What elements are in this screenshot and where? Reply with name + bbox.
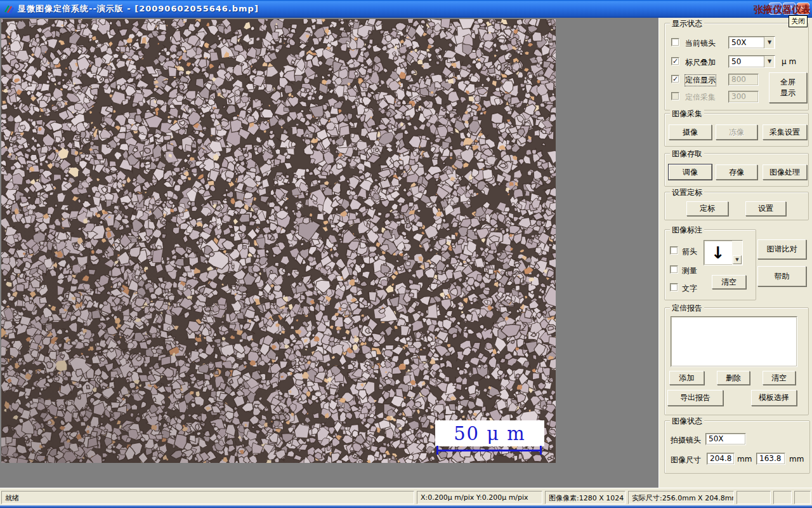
check-icon: ✓ (672, 75, 678, 83)
scale-overlay-checkbox[interactable]: ✓ (671, 57, 679, 65)
micrograph-canvas (1, 19, 556, 463)
group-report: 定倍报告 添加 删除 清空 导出报告 模板选择 (664, 307, 809, 415)
report-clear-button[interactable]: 清空 (763, 371, 796, 385)
check-icon: ✓ (672, 57, 678, 65)
fixed-capture-input: 300 (728, 91, 759, 103)
control-panel: 显示状态 当前镜头 50X ▼ ✓ 标尺叠加 50 ▼ μ m ✓ 定倍显示 8… (658, 18, 812, 488)
group-display-status-title: 显示状态 (670, 18, 704, 29)
group-storage-title: 图像存取 (670, 149, 704, 159)
image-size-label: 图像尺寸 (671, 455, 701, 465)
annotation-clear-button[interactable]: 清空 (712, 275, 746, 289)
fixed-display-checkbox[interactable]: ✓ (671, 75, 679, 83)
status-image-pixels: 图像像素:1280 X 1024 (545, 491, 625, 504)
close-icon: ✕ (801, 5, 806, 12)
group-display-status: 显示状态 当前镜头 50X ▼ ✓ 标尺叠加 50 ▼ μ m ✓ 定倍显示 8… (664, 23, 809, 110)
measure-checkbox[interactable] (670, 265, 678, 274)
group-storage: 图像存取 调像 存像 图像处理 (664, 153, 809, 187)
restore-icon: ❐ (787, 5, 792, 12)
group-calibration-title: 设置定标 (670, 187, 704, 198)
fullscreen-button-line2: 显示 (780, 88, 796, 98)
fullscreen-button-line1: 全屏 (780, 77, 796, 88)
status-empty-3 (794, 491, 811, 504)
chevron-down-icon[interactable]: ▼ (764, 56, 775, 67)
group-image-status-title: 图像状态 (670, 416, 704, 427)
fixed-capture-checkbox (671, 92, 679, 100)
image-width-value: 204.8 (707, 453, 735, 465)
status-empty-1 (737, 491, 771, 504)
atlas-compare-button[interactable]: 图谱比对 (757, 239, 806, 259)
status-actual-size: 实际尺寸:256.0mm X 204.8mm (628, 491, 734, 504)
help-button[interactable]: 帮助 (757, 266, 806, 286)
calibrate-button[interactable]: 定标 (686, 201, 728, 216)
group-report-title: 定倍报告 (670, 303, 704, 314)
minimize-icon: — (772, 5, 778, 12)
chevron-down-icon[interactable]: ▼ (764, 37, 775, 48)
fixed-display-label: 定倍显示 (685, 75, 716, 86)
status-pixel-scale: X:0.200μ m/pix Y:0.200μ m/pix (417, 491, 542, 504)
minimize-button[interactable]: — (769, 3, 782, 15)
load-image-button[interactable]: 调像 (669, 164, 712, 180)
scalebar-line (436, 450, 542, 451)
arrow-style-combo[interactable]: ↓ ▼ (704, 240, 743, 265)
report-delete-button[interactable]: 删除 (717, 371, 750, 385)
micrograph-viewport: 50 μ m (1, 19, 556, 463)
capture-settings-button[interactable]: 采集设置 (763, 124, 807, 140)
scale-overlay-label: 标尺叠加 (685, 57, 716, 68)
image-process-button[interactable]: 图像处理 (763, 164, 807, 180)
export-report-button[interactable]: 导出报告 (667, 390, 723, 406)
title-bar: 显微图像定倍系统--演示版 - [20090602055646.bmp] (0, 0, 812, 18)
restore-button[interactable]: ❐ (783, 3, 796, 15)
group-annotation-title: 图像标注 (670, 225, 704, 236)
app-icon (4, 4, 14, 14)
arrow-label: 箭头 (682, 246, 697, 257)
scalebar-tick-left (436, 446, 438, 455)
arrow-checkbox[interactable] (670, 246, 678, 255)
group-annotation: 图像标注 箭头 测量 文字 ↓ ▼ 清空 (664, 229, 756, 300)
scalebar-label: 50 μ m (454, 423, 526, 444)
chevron-down-icon[interactable]: ▼ (733, 255, 742, 264)
template-select-button[interactable]: 模板选择 (751, 390, 797, 406)
lens-combo-value: 50X (729, 37, 764, 48)
fixed-display-input: 800 (728, 74, 759, 86)
scalebar-label-box: 50 μ m (435, 420, 544, 446)
measure-label: 测量 (682, 265, 697, 276)
lens-combo[interactable]: 50X ▼ (728, 36, 775, 49)
client-area: 50 μ m (0, 18, 658, 488)
freeze-button: 冻像 (716, 124, 757, 140)
down-arrow-icon: ↓ (704, 241, 732, 265)
shoot-button[interactable]: 摄像 (669, 124, 712, 140)
window-bottom-border (0, 505, 812, 508)
close-button[interactable]: ✕ (797, 3, 809, 15)
shoot-lens-label: 拍摄镜头 (671, 435, 701, 446)
status-empty-2 (773, 491, 792, 504)
image-height-value: 163.8 (756, 453, 785, 465)
close-tooltip: 关闭 (789, 15, 808, 27)
current-lens-checkbox[interactable] (671, 38, 679, 46)
report-add-button[interactable]: 添加 (669, 371, 704, 385)
text-label: 文字 (682, 283, 697, 294)
scalebar-tick-right (540, 446, 542, 455)
report-listbox[interactable] (671, 316, 797, 367)
window-title: 显微图像定倍系统--演示版 - [20090602055646.bmp] (18, 3, 259, 15)
save-image-button[interactable]: 存像 (716, 164, 757, 180)
status-bar: 就绪 X:0.200μ m/pix Y:0.200μ m/pix 图像像素:12… (0, 488, 812, 505)
height-unit-label: mm (789, 455, 804, 464)
group-capture-title: 图像采集 (670, 109, 704, 119)
fullscreen-button[interactable]: 全屏 显示 (769, 72, 807, 103)
status-ready: 就绪 (1, 491, 414, 504)
text-checkbox[interactable] (670, 283, 678, 291)
fixed-capture-label: 定倍采集 (685, 92, 716, 103)
group-calibration: 设置定标 定标 设置 (664, 192, 809, 220)
scale-combo-value: 50 (729, 56, 764, 67)
width-unit-label: mm (737, 455, 752, 464)
shoot-lens-value: 50X (705, 433, 746, 445)
scale-value-combo[interactable]: 50 ▼ (728, 55, 775, 68)
scale-unit-label: μ m (782, 57, 796, 66)
current-lens-label: 当前镜头 (685, 38, 716, 49)
group-image-status: 图像状态 拍摄镜头 50X 图像尺寸 204.8 mm 163.8 mm (664, 420, 810, 474)
group-capture: 图像采集 摄像 冻像 采集设置 (664, 113, 809, 147)
settings-button[interactable]: 设置 (745, 201, 786, 216)
